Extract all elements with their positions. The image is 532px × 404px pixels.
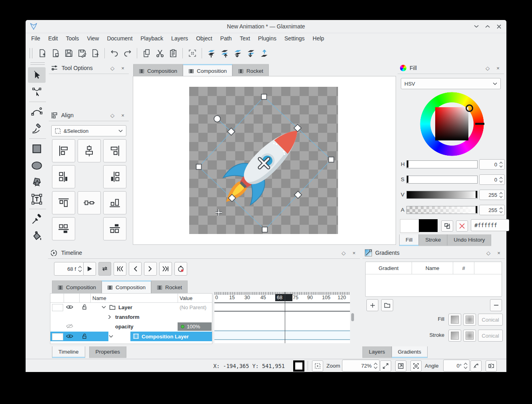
next-frame-button[interactable] (144, 262, 157, 276)
float-panel-button[interactable]: ◇ (109, 64, 116, 72)
fill-tool[interactable] (28, 228, 46, 244)
presets-folder-button[interactable] (381, 299, 393, 311)
menu-view[interactable]: View (83, 34, 103, 43)
reset-view-button[interactable] (410, 360, 422, 372)
redo-button[interactable] (121, 47, 134, 60)
maximize-button[interactable] (484, 23, 491, 30)
cut-button[interactable] (153, 47, 166, 60)
color-picker-tool[interactable] (28, 211, 46, 227)
tools-drag-handle[interactable] (30, 62, 45, 65)
stroke-conical-button[interactable]: Conical (478, 330, 503, 342)
titlebar[interactable]: New Animation * — Glaxnimate (26, 20, 506, 33)
color-model-select[interactable]: HSV (401, 78, 501, 89)
visible-icon[interactable] (66, 334, 73, 339)
canvas-viewport[interactable] (133, 76, 396, 245)
align-left-outside-button[interactable] (52, 165, 75, 188)
hex-color-input[interactable]: #ffffff (471, 219, 509, 231)
opacity-name[interactable]: opacity (115, 324, 134, 330)
align-relative-to-select[interactable]: &Selection (51, 125, 126, 136)
close-panel-button[interactable]: × (494, 64, 502, 72)
undo-button[interactable] (108, 47, 121, 60)
float-panel-button[interactable]: ◇ (485, 249, 492, 256)
hue-spinbox[interactable]: 0 (479, 159, 505, 170)
fill-linear-gradient-button[interactable] (448, 314, 461, 326)
align-top-button[interactable] (52, 191, 75, 214)
layer-color-swatch[interactable] (52, 304, 63, 311)
animate-disabled-icon[interactable] (66, 324, 73, 329)
close-button[interactable] (495, 23, 502, 30)
float-panel-button[interactable]: ◇ (340, 249, 347, 256)
name-column-header[interactable]: Name (412, 265, 453, 271)
tab-undo-history[interactable]: Undo History (447, 234, 491, 246)
tracks-scrollbar[interactable] (351, 313, 354, 321)
current-frame-indicator[interactable]: 68 (275, 294, 292, 301)
menu-layers[interactable]: Layers (167, 34, 192, 43)
scale-handle[interactable] (329, 157, 334, 162)
clear-color-button[interactable] (456, 220, 468, 232)
menu-playback[interactable]: Playback (136, 34, 167, 43)
ellipse-tool[interactable] (28, 158, 46, 173)
float-panel-button[interactable]: ◇ (109, 112, 116, 119)
statusbar-color-swatch[interactable] (293, 360, 304, 372)
draw-freehand-tool[interactable] (28, 121, 46, 136)
lower-button[interactable] (231, 47, 244, 60)
tab-layers[interactable]: Layers (362, 346, 392, 358)
unlock-icon[interactable] (82, 304, 87, 310)
value-column-header[interactable]: Value (180, 295, 192, 301)
save-as-button[interactable] (75, 47, 88, 60)
lower-to-bottom-button[interactable] (244, 47, 258, 60)
loop-button[interactable] (98, 262, 111, 276)
collapsed-chevron-icon[interactable] (108, 315, 111, 319)
tab-timeline[interactable]: Timeline (52, 346, 85, 358)
reset-rotation-button[interactable] (470, 360, 482, 372)
composition-layer-track-bar[interactable] (214, 330, 350, 340)
fill-radial-gradient-button[interactable] (463, 314, 476, 326)
secondary-color-swatch[interactable] (419, 219, 438, 232)
expand-chevron-icon[interactable] (109, 335, 113, 338)
close-panel-button[interactable]: × (119, 112, 126, 119)
remove-gradient-button[interactable] (490, 299, 502, 311)
transform-name[interactable]: transform (115, 314, 140, 320)
transform-row[interactable]: transform (50, 312, 212, 322)
canvas-tab-rocket[interactable]: Rocket (232, 64, 269, 77)
value-spinbox[interactable]: 255 (479, 190, 505, 200)
gradient-column-header[interactable]: Gradient (366, 265, 412, 271)
scale-handle[interactable] (262, 94, 267, 100)
text-tool[interactable] (28, 191, 46, 207)
saturation-value-square[interactable] (435, 107, 468, 140)
move-to-top-button[interactable] (258, 47, 271, 60)
add-gradient-button[interactable] (366, 299, 378, 311)
gradients-table[interactable]: Gradient Name # (365, 262, 502, 297)
layer-name[interactable]: Layer (118, 304, 132, 310)
menu-document[interactable]: Document (103, 34, 136, 43)
swap-colors-button[interactable] (441, 220, 453, 232)
menu-file[interactable]: File (27, 34, 44, 43)
sv-marker[interactable] (466, 104, 473, 112)
toolbar-drag-handle[interactable] (30, 48, 32, 58)
scale-handle[interactable] (196, 164, 202, 170)
timeline-tab-composition-1[interactable]: Composition (52, 280, 102, 293)
go-to-end-button[interactable] (159, 262, 172, 276)
paste-button[interactable] (166, 47, 180, 60)
go-to-start-button[interactable] (114, 262, 126, 276)
menu-edit[interactable]: Edit (44, 34, 62, 43)
fill-conical-button[interactable]: Conical (478, 314, 503, 326)
menu-plugins[interactable]: Plugins (254, 34, 280, 43)
play-button[interactable] (83, 262, 96, 276)
star-tool[interactable] (28, 174, 46, 190)
composition-layer-name[interactable]: Composition Layer (142, 334, 189, 340)
saturation-spinbox[interactable]: 0 (479, 174, 505, 185)
opacity-row[interactable]: opacity 100% (50, 322, 212, 331)
close-panel-button[interactable]: × (119, 64, 126, 72)
tab-stroke[interactable]: Stroke (419, 234, 447, 246)
value-slider[interactable] (406, 191, 478, 199)
unlock-icon[interactable] (82, 333, 87, 339)
stroke-radial-gradient-button[interactable] (463, 330, 476, 342)
save-button[interactable] (62, 47, 75, 60)
record-keyframes-button[interactable] (174, 262, 187, 276)
alpha-spinbox[interactable]: 255 (479, 205, 505, 215)
align-hcenter-button[interactable] (78, 139, 101, 162)
keyframe-tracks[interactable]: 0 15 30 45 68 75 90 105 120 (214, 292, 350, 343)
timeline-tab-composition-2[interactable]: Composition (102, 280, 151, 293)
saturation-slider[interactable] (406, 176, 478, 184)
